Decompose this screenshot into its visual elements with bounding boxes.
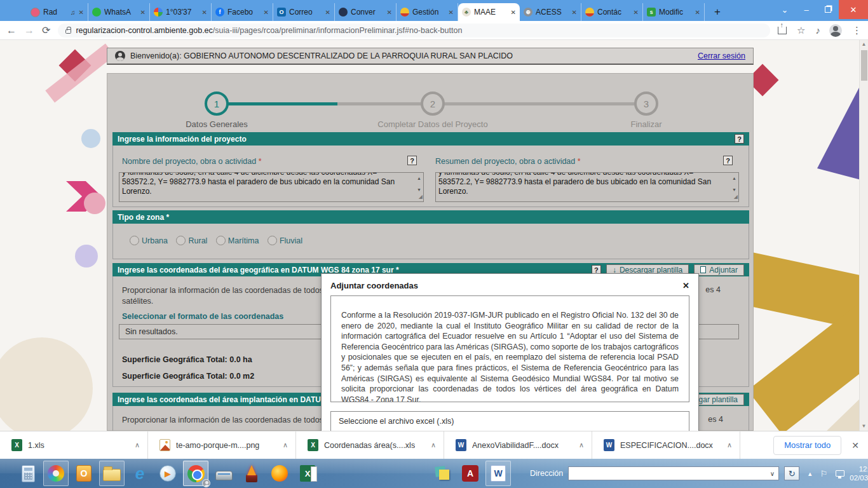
- radio-label[interactable]: Marítima: [228, 236, 259, 245]
- help-icon[interactable]: ?: [723, 156, 733, 165]
- tab-close-icon[interactable]: ✕: [79, 9, 84, 16]
- tab-modificacion[interactable]: S Modific ✕: [643, 3, 705, 21]
- sticky-notes-icon[interactable]: [430, 461, 455, 486]
- tab-close-icon[interactable]: ✕: [325, 9, 330, 16]
- word-icon[interactable]: W: [485, 461, 511, 486]
- resumen-textarea[interactable]: y luminarias de sodio, en la calle 4 de …: [435, 172, 739, 202]
- radio-urbana[interactable]: [130, 236, 139, 245]
- media-playlist-icon[interactable]: ♪: [816, 25, 820, 36]
- tab-close-icon[interactable]: ✕: [202, 9, 207, 16]
- help-icon[interactable]: ?: [735, 134, 744, 144]
- taskbar-clock[interactable]: 12:07 02/03/2022: [850, 464, 868, 482]
- scroll-up-icon[interactable]: ▲: [417, 176, 421, 180]
- tab-close-icon[interactable]: ✕: [449, 9, 454, 16]
- radio-label[interactable]: Fluvial: [280, 236, 302, 245]
- nombre-textarea[interactable]: y luminarias de sodio, en la calle 4 de …: [119, 172, 424, 202]
- tab-outlook[interactable]: O Correo ✕: [273, 3, 335, 21]
- reload-icon[interactable]: ⟳: [42, 24, 50, 36]
- url-text[interactable]: regularizacion-control.ambiente.gob.ec/s…: [76, 26, 462, 35]
- download-item[interactable]: X Coordenadas área(s....xls ∧: [296, 431, 444, 459]
- direccion-input[interactable]: ∨: [568, 466, 779, 480]
- network-icon[interactable]: [836, 470, 844, 477]
- forward-icon[interactable]: →: [24, 25, 34, 36]
- radio-label[interactable]: Urbana: [142, 236, 168, 245]
- tab-facebook[interactable]: f Facebo ✕: [212, 3, 273, 21]
- logout-link[interactable]: Cerrar sesión: [698, 51, 745, 60]
- download-item[interactable]: te-amo-porque-m....png ∧: [148, 431, 296, 459]
- tab-close-icon[interactable]: ✕: [140, 9, 146, 16]
- kebab-menu-icon[interactable]: ⋮: [852, 25, 862, 36]
- download-menu-chevron-icon[interactable]: ∧: [431, 441, 436, 449]
- action-center-flag-icon[interactable]: ⚐: [820, 469, 828, 478]
- page-scrollbar[interactable]: ▲ ▼: [859, 40, 868, 431]
- excel-icon[interactable]: X: [295, 461, 320, 486]
- tab-converter[interactable]: Conver ✕: [335, 3, 397, 21]
- internet-explorer-icon[interactable]: e: [127, 461, 153, 486]
- modal-close-icon[interactable]: ✕: [682, 281, 689, 290]
- tab-acess[interactable]: ⊕ ACESS ✕: [520, 3, 581, 21]
- download-item[interactable]: X 1.xls ∧: [0, 431, 148, 459]
- tab-maae-active[interactable]: ♣ MAAE ✕: [458, 3, 520, 21]
- profile-avatar[interactable]: [829, 24, 842, 37]
- tab-whatsapp[interactable]: WhatsA ✕: [88, 3, 150, 21]
- chrome-icon[interactable]: [183, 461, 208, 486]
- restore-button[interactable]: [817, 5, 839, 15]
- radio-fluvial[interactable]: [268, 236, 277, 245]
- acrobat-icon[interactable]: A: [458, 461, 483, 486]
- tab-gestion[interactable]: Gestión ✕: [397, 3, 458, 21]
- tab-close-icon[interactable]: ✕: [572, 9, 577, 16]
- adjuntar-button[interactable]: Adjuntar: [694, 264, 744, 276]
- back-icon[interactable]: ←: [6, 25, 17, 36]
- paint-icon[interactable]: [43, 461, 69, 486]
- step-2-circle[interactable]: 2: [421, 92, 445, 116]
- scrollbar-down-icon[interactable]: ▼: [860, 422, 868, 431]
- show-all-downloads-button[interactable]: Mostrar todo: [773, 436, 841, 455]
- tab-close-icon[interactable]: ✕: [695, 9, 700, 16]
- outlook-icon[interactable]: O: [71, 461, 97, 486]
- scrollbar-up-icon[interactable]: ▲: [860, 40, 868, 49]
- calculator-icon[interactable]: [15, 461, 41, 486]
- download-item[interactable]: W AnexoViabilidadF....docx ∧: [444, 431, 592, 459]
- download-menu-chevron-icon[interactable]: ∧: [283, 441, 288, 449]
- scrollbar-thumb[interactable]: [861, 50, 867, 81]
- lock-icon[interactable]: [65, 29, 71, 34]
- file-explorer-icon[interactable]: [99, 461, 125, 486]
- help-icon[interactable]: ?: [407, 156, 417, 165]
- download-menu-chevron-icon[interactable]: ∧: [579, 441, 584, 449]
- step-3-circle[interactable]: 3: [634, 92, 658, 116]
- radio-label[interactable]: Rural: [188, 236, 207, 245]
- address-bar[interactable]: regularizacion-control.ambiente.gob.ec/s…: [58, 24, 770, 37]
- file-select-field[interactable]: Seleccione el archivo excel (.xls): [330, 411, 689, 431]
- download-menu-chevron-icon[interactable]: ∧: [135, 441, 140, 449]
- tab-contacto[interactable]: Contác ✕: [581, 3, 643, 21]
- tab-radio[interactable]: Rad ♫ ✕: [27, 3, 88, 21]
- radio-rural[interactable]: [176, 236, 186, 245]
- resize-handle-icon[interactable]: ◢: [419, 192, 423, 201]
- firefox-icon[interactable]: [267, 461, 292, 486]
- minimize-button[interactable]: –: [796, 5, 817, 15]
- radio-maritima[interactable]: [216, 236, 226, 245]
- disc-burner-icon[interactable]: [239, 461, 264, 486]
- new-tab-button[interactable]: +: [705, 3, 730, 21]
- share-icon[interactable]: [778, 27, 787, 34]
- sticky-notes-glyph: [434, 465, 451, 482]
- scanner-icon[interactable]: [211, 461, 236, 486]
- close-window-button[interactable]: ✕: [839, 0, 868, 19]
- resize-handle-icon[interactable]: ◢: [734, 192, 738, 201]
- tab-search-chevron-icon[interactable]: ⌄: [774, 5, 796, 15]
- close-downloads-bar-icon[interactable]: ✕: [851, 440, 859, 451]
- download-menu-chevron-icon[interactable]: ∧: [727, 441, 732, 449]
- download-item[interactable]: W ESPECIFICACION....docx ∧: [592, 431, 740, 459]
- tab-close-icon[interactable]: ✕: [511, 9, 516, 16]
- show-hidden-icons[interactable]: ▴: [808, 470, 812, 478]
- tab-close-icon[interactable]: ✕: [264, 9, 269, 16]
- tab-maps[interactable]: 1°03'37 ✕: [150, 3, 212, 21]
- media-player-icon[interactable]: ▶: [155, 461, 180, 486]
- step-1-circle[interactable]: 1: [205, 92, 229, 116]
- go-refresh-button[interactable]: ↻: [784, 466, 799, 480]
- tab-close-icon[interactable]: ✕: [634, 9, 639, 16]
- bookmark-star-icon[interactable]: ☆: [797, 25, 805, 36]
- scroll-up-icon[interactable]: ▲: [732, 176, 736, 180]
- tab-close-icon[interactable]: ✕: [387, 9, 392, 16]
- dropdown-chevron-icon[interactable]: ∨: [766, 470, 778, 477]
